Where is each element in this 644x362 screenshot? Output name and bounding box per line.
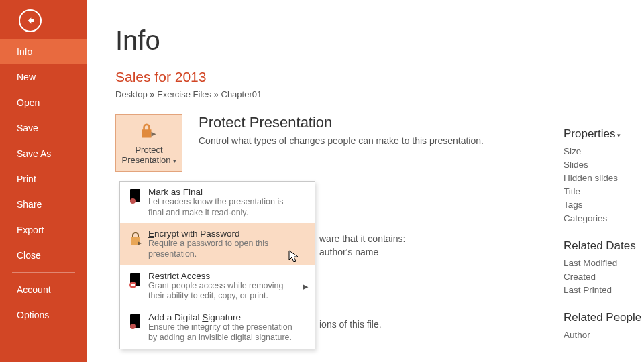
- section-description: Control what types of changes people can…: [199, 135, 484, 146]
- properties-heading[interactable]: Properties▾: [564, 127, 644, 141]
- sidebar-separator: [12, 272, 75, 273]
- date-last-printed: Last Printed: [564, 285, 644, 295]
- menu-item-restrict-access[interactable]: Restrict AccessGrant people access while…: [120, 265, 315, 307]
- related-people-heading: Related People: [564, 311, 644, 324]
- menu-item-encrypt-with-password[interactable]: Encrypt with PasswordRequire a password …: [120, 223, 315, 265]
- page-title: Info: [115, 25, 644, 56]
- nav-item-info[interactable]: Info: [0, 39, 87, 64]
- people-author: Author: [564, 330, 644, 340]
- menu-item-title: Encrypt with Password: [148, 229, 292, 239]
- menu-item-description: Let readers know the presentation is fin…: [148, 197, 292, 218]
- nav-item-new[interactable]: New: [0, 64, 87, 90]
- protect-presentation-menu: Mark as FinalLet readers know the presen…: [119, 181, 315, 349]
- related-dates-heading: Related Dates: [564, 239, 644, 253]
- lock-icon: [127, 229, 144, 259]
- menu-item-description: Ensure the integrity of the presentation…: [148, 322, 292, 343]
- prop-size: Size: [564, 146, 644, 156]
- menu-item-title: Add a Digital Signature: [148, 312, 292, 322]
- menu-item-title: Restrict Access: [148, 271, 292, 281]
- menu-item-description: Grant people access while removing their…: [148, 281, 292, 302]
- section-heading: Protect Presentation: [199, 114, 484, 131]
- protect-button-label-2: Presentation▾: [122, 155, 176, 165]
- date-last-modified: Last Modified: [564, 258, 644, 268]
- breadcrumb: Desktop » Exercise Files » Chapter01: [115, 89, 644, 99]
- lock-shield-icon: [140, 121, 158, 142]
- prop-slides: Slides: [564, 160, 644, 170]
- nav-item-close[interactable]: Close: [0, 243, 87, 268]
- prop-categories: Categories: [564, 213, 644, 223]
- menu-item-add-a-digital-signature[interactable]: Add a Digital SignatureEnsure the integr…: [120, 307, 315, 349]
- nav-item-export[interactable]: Export: [0, 217, 87, 243]
- obscured-text: author's name: [319, 247, 378, 257]
- properties-panel: Properties▾ SizeSlidesHidden slidesTitle…: [564, 127, 644, 343]
- restrict-icon: [127, 272, 144, 302]
- prop-hidden-slides: Hidden slides: [564, 173, 644, 183]
- document-title: Sales for 2013: [115, 69, 644, 85]
- nav-item-open[interactable]: Open: [0, 90, 87, 115]
- sign-icon: [127, 313, 144, 343]
- prop-tags: Tags: [564, 200, 644, 210]
- submenu-arrow-icon: ▶: [303, 282, 308, 290]
- nav-item-save-as[interactable]: Save As: [0, 141, 87, 166]
- menu-item-title: Mark as Final: [148, 187, 292, 197]
- protect-button-label-1: Protect: [135, 145, 162, 155]
- arrow-left-icon: [25, 15, 36, 26]
- nav-item-options[interactable]: Options: [0, 302, 87, 328]
- date-created: Created: [564, 272, 644, 282]
- nav-item-share[interactable]: Share: [0, 192, 87, 217]
- obscured-text: ware that it contains:: [319, 233, 405, 244]
- svg-point-7: [130, 324, 136, 329]
- nav-item-account[interactable]: Account: [0, 277, 87, 302]
- back-button[interactable]: [19, 9, 42, 32]
- backstage-sidebar: InfoNewOpenSaveSave AsPrintShareExportCl…: [0, 0, 87, 362]
- svg-rect-5: [131, 284, 135, 286]
- menu-item-mark-as-final[interactable]: Mark as FinalLet readers know the presen…: [120, 182, 315, 223]
- prop-title: Title: [564, 186, 644, 196]
- menu-item-description: Require a password to open this presenta…: [148, 239, 292, 259]
- nav-item-save[interactable]: Save: [0, 115, 87, 141]
- obscured-text: ions of this file.: [319, 319, 382, 330]
- nav-item-print[interactable]: Print: [0, 166, 87, 192]
- final-icon: [127, 188, 144, 218]
- protect-presentation-button[interactable]: Protect Presentation▾: [115, 114, 182, 172]
- svg-point-1: [130, 198, 136, 204]
